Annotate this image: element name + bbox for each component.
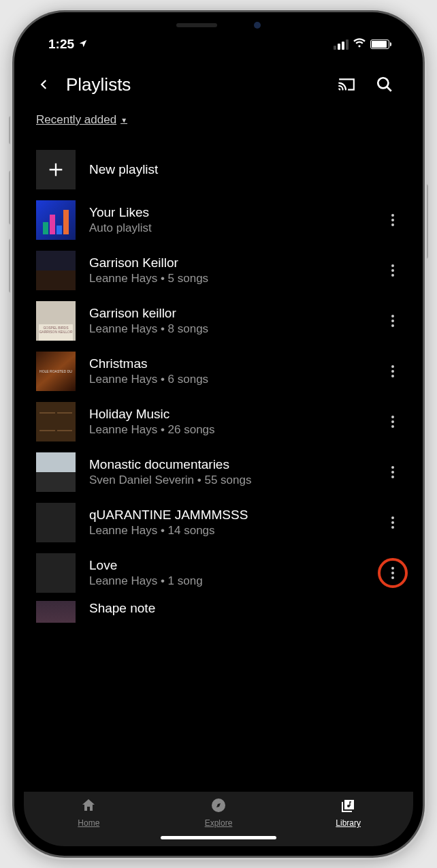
library-icon <box>340 797 357 816</box>
plus-icon <box>36 150 76 189</box>
tab-explore-label: Explore <box>205 818 233 828</box>
chevron-down-icon: ▼ <box>120 117 127 124</box>
playlist-art <box>36 601 76 623</box>
playlist-row[interactable]: qUARANTINE JAMMMSSS Leanne Hays • 14 son… <box>24 497 413 548</box>
more-vertical-icon <box>391 365 394 377</box>
playlist-row[interactable]: HOLE ROASTED DU Christmas Leanne Hays • … <box>24 346 413 397</box>
playlist-row[interactable]: Monastic documentaries Sven Daniel Sever… <box>24 447 413 497</box>
more-vertical-icon <box>391 416 394 428</box>
sort-dropdown[interactable]: Recently added ▼ <box>36 113 127 127</box>
page-title: Playlists <box>66 74 330 95</box>
app-header: Playlists <box>24 60 413 109</box>
more-options-button[interactable] <box>378 457 408 487</box>
phone-frame: 1:25 <box>14 12 423 856</box>
playlist-subtitle: Leanne Hays • 1 song <box>89 574 378 588</box>
playlist-subtitle: Leanne Hays • 6 songs <box>89 373 378 386</box>
tab-explore[interactable]: Explore <box>154 797 284 828</box>
more-vertical-icon <box>391 214 394 226</box>
playlist-art: GOSPEL BIRDSGARRISON KEILLOR <box>36 301 76 341</box>
cellular-signal-icon <box>334 40 349 50</box>
playlist-art <box>36 553 76 593</box>
playlist-art <box>36 452 76 492</box>
more-options-button[interactable] <box>378 407 408 437</box>
playlist-art <box>36 503 76 542</box>
playlist-row[interactable]: GOSPEL BIRDSGARRISON KEILLOR Garrison ke… <box>24 296 413 346</box>
playlist-title: Shape note <box>89 601 408 616</box>
more-options-button[interactable] <box>378 508 408 538</box>
more-options-button[interactable] <box>378 558 408 588</box>
more-options-button[interactable] <box>378 255 408 285</box>
playlist-art <box>36 251 76 290</box>
playlist-title: Garrison Keillor <box>89 255 378 270</box>
back-button[interactable] <box>29 69 59 99</box>
playlist-row[interactable]: Garrison Keillor Leanne Hays • 5 songs <box>24 245 413 296</box>
new-playlist-label: New playlist <box>89 162 408 177</box>
playlist-row[interactable]: Love Leanne Hays • 1 song <box>24 548 413 598</box>
playlist-row[interactable]: Your Likes Auto playlist <box>24 195 413 245</box>
more-options-button[interactable] <box>378 356 408 386</box>
playlist-subtitle: Auto playlist <box>89 221 378 235</box>
playlist-title: Your Likes <box>89 205 378 220</box>
playlist-subtitle: Sven Daniel Severin • 55 songs <box>89 474 378 487</box>
playlist-title: Holiday Music <box>89 407 378 422</box>
playlist-row[interactable]: Holiday Music Leanne Hays • 26 songs <box>24 397 413 447</box>
playlist-title: Love <box>89 558 378 573</box>
svg-line-1 <box>387 87 391 91</box>
status-time: 1:25 <box>48 37 74 52</box>
playlist-row[interactable]: Shape note <box>24 598 413 623</box>
cast-button[interactable] <box>337 75 356 94</box>
compass-icon <box>210 797 227 816</box>
playlist-title: qUARANTINE JAMMMSSS <box>89 508 378 523</box>
more-vertical-icon <box>391 466 394 478</box>
playlist-art <box>36 402 76 441</box>
playlist-subtitle: Leanne Hays • 14 songs <box>89 524 378 538</box>
playlist-art: HOLE ROASTED DU <box>36 352 76 391</box>
playlist-subtitle: Leanne Hays • 26 songs <box>89 423 378 437</box>
home-icon <box>80 797 97 816</box>
playlist-title: Garrison keillor <box>89 306 378 321</box>
playlist-subtitle: Leanne Hays • 8 songs <box>89 322 378 336</box>
more-vertical-icon <box>391 567 394 579</box>
screen: 1:25 <box>24 22 413 846</box>
tab-library-label: Library <box>336 818 361 828</box>
tab-home[interactable]: Home <box>24 797 154 828</box>
more-vertical-icon <box>391 315 394 327</box>
playlist-subtitle: Leanne Hays • 5 songs <box>89 272 378 285</box>
playlist-title: Monastic documentaries <box>89 457 378 472</box>
new-playlist-button[interactable]: New playlist <box>24 144 413 195</box>
wifi-icon <box>353 37 366 52</box>
more-vertical-icon <box>391 516 394 529</box>
search-button[interactable] <box>375 75 394 94</box>
svg-point-0 <box>378 78 388 88</box>
tab-library[interactable]: Library <box>283 797 413 828</box>
sort-label: Recently added <box>36 113 116 127</box>
battery-icon <box>370 40 391 49</box>
playlist-title: Christmas <box>89 356 378 371</box>
home-indicator[interactable] <box>161 836 276 839</box>
playlist-art <box>36 200 76 240</box>
more-vertical-icon <box>391 264 394 277</box>
more-options-button[interactable] <box>378 306 408 336</box>
more-options-button[interactable] <box>378 205 408 235</box>
tab-home-label: Home <box>78 818 99 828</box>
location-arrow-icon <box>78 37 88 52</box>
